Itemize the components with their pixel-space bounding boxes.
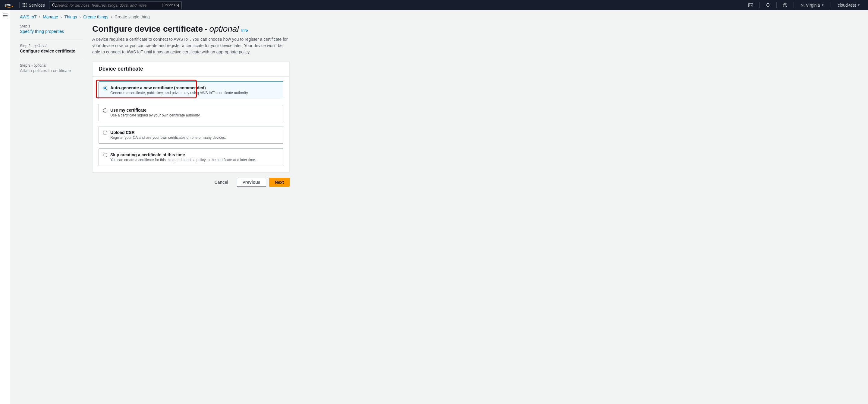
option-desc: Generate a certificate, public key, and … [110, 91, 249, 95]
radio-icon[interactable] [103, 131, 107, 135]
option-title: Use my certificate [110, 108, 200, 113]
option-title: Skip creating a certificate at this time [110, 152, 256, 157]
device-certificate-panel: Device certificate Auto-generate a new c… [92, 61, 290, 172]
previous-button[interactable]: Previous [237, 178, 266, 187]
caret-down-icon: ▼ [858, 4, 860, 7]
step-name[interactable]: Specify thing properties [20, 29, 83, 34]
region-label: N. Virginia [801, 3, 820, 7]
svg-rect-4 [23, 4, 24, 5]
chevron-right-icon: › [39, 15, 41, 19]
account-label: cloud-test [838, 3, 856, 7]
hamburger-icon[interactable] [3, 13, 7, 404]
breadcrumb-link[interactable]: Things [64, 15, 77, 19]
step-name: Configure device certificate [20, 49, 83, 53]
breadcrumb-current: Create single thing [115, 15, 150, 19]
page-description: A device requires a certificate to conne… [92, 36, 288, 55]
search-box[interactable]: [Option+S] [49, 1, 182, 9]
next-button[interactable]: Next [269, 178, 290, 187]
svg-line-11 [55, 6, 56, 7]
cert-option-upload-csr[interactable]: Upload CSR Register your CA and use your… [98, 126, 283, 144]
step-label: Step 3 - optional [20, 63, 83, 67]
svg-rect-2 [24, 3, 25, 4]
chevron-right-icon: › [61, 15, 62, 19]
help-icon[interactable] [780, 3, 790, 7]
radio-icon[interactable] [103, 153, 107, 157]
breadcrumb-link[interactable]: Create things [83, 15, 108, 19]
chevron-right-icon: › [111, 15, 112, 19]
grid-icon [23, 3, 27, 7]
breadcrumb: AWS IoT › Manage › Things › Create thing… [20, 15, 861, 19]
wizard-steps: Step 1 Specify thing properties Step 2 -… [20, 24, 83, 187]
svg-text:aws: aws [4, 3, 10, 6]
wizard-step-3: Step 3 - optional Attach policies to cer… [20, 63, 83, 73]
svg-rect-8 [24, 6, 25, 7]
chevron-right-icon: › [79, 15, 81, 19]
aws-logo[interactable]: aws [4, 2, 14, 8]
option-title: Auto-generate a new certificate (recomme… [110, 85, 249, 90]
divider [776, 2, 777, 8]
divider [794, 2, 794, 8]
divider [20, 59, 83, 59]
option-title: Upload CSR [110, 130, 226, 135]
cert-option-skip[interactable]: Skip creating a certificate at this time… [98, 148, 283, 166]
divider [759, 2, 760, 8]
search-input[interactable] [56, 3, 162, 7]
services-menu-button[interactable]: Services [23, 3, 45, 7]
option-desc: Register your CA and use your own certif… [110, 136, 226, 140]
option-desc: You can create a certificate for this th… [110, 158, 256, 162]
search-shortcut: [Option+S] [162, 3, 179, 7]
radio-icon[interactable] [103, 108, 107, 113]
search-icon [52, 3, 56, 7]
wizard-actions: Cancel Previous Next [92, 178, 290, 187]
option-desc: Use a certificate signed by your own cer… [110, 113, 200, 117]
svg-rect-9 [26, 6, 27, 7]
divider [20, 39, 83, 39]
panel-header: Device certificate [93, 62, 289, 77]
page-title: Configure device certificate - optional … [92, 24, 290, 34]
services-label: Services [29, 3, 45, 7]
region-selector[interactable]: N. Virginia ▼ [797, 3, 828, 7]
svg-rect-6 [26, 4, 27, 5]
cancel-button[interactable]: Cancel [209, 178, 234, 187]
svg-rect-1 [23, 3, 24, 4]
svg-rect-7 [23, 6, 24, 7]
left-rail [0, 10, 10, 404]
step-name: Attach policies to certificate [20, 68, 83, 73]
cert-option-auto-generate[interactable]: Auto-generate a new certificate (recomme… [98, 82, 283, 99]
wizard-step-1[interactable]: Step 1 Specify thing properties [20, 24, 83, 34]
caret-down-icon: ▼ [821, 4, 824, 7]
svg-rect-12 [749, 3, 753, 7]
cert-option-use-my-certificate[interactable]: Use my certificate Use a certificate sig… [98, 104, 283, 121]
wizard-step-2: Step 2 - optional Configure device certi… [20, 44, 83, 53]
step-label: Step 1 [20, 24, 83, 28]
svg-rect-5 [24, 4, 25, 5]
step-label: Step 2 - optional [20, 44, 83, 48]
radio-icon[interactable] [103, 86, 107, 90]
cloudshell-icon[interactable] [745, 3, 756, 7]
breadcrumb-link[interactable]: Manage [43, 15, 58, 19]
notifications-icon[interactable] [763, 3, 773, 7]
account-menu[interactable]: cloud-test ▼ [834, 3, 864, 7]
svg-rect-3 [26, 3, 27, 4]
divider [19, 2, 20, 8]
svg-point-10 [52, 4, 55, 6]
info-link[interactable]: Info [241, 28, 248, 33]
breadcrumb-link[interactable]: AWS IoT [20, 15, 37, 19]
divider [831, 2, 831, 8]
top-nav: aws Services [Option+S] N. Virginia ▼ [0, 0, 868, 10]
